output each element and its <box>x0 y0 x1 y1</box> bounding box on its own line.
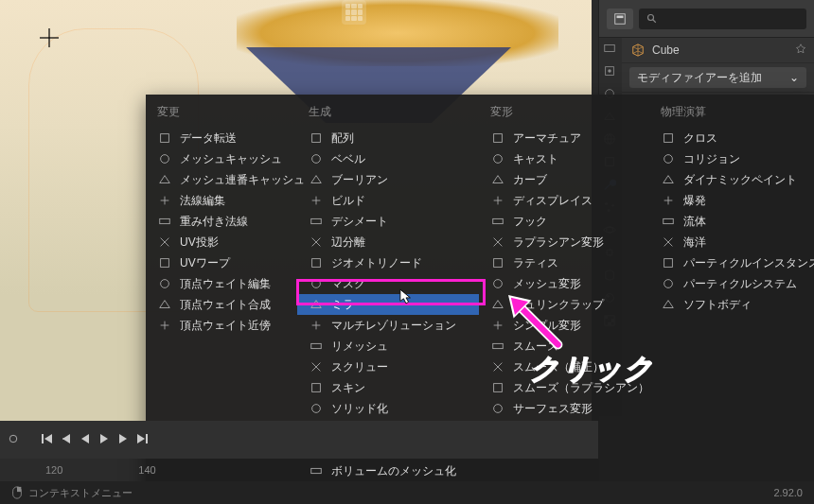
modifier-item[interactable]: ミラー <box>297 294 479 315</box>
modifier-item[interactable]: パーティクルシステム <box>649 273 814 294</box>
modifier-item-label: パーティクルインスタンス <box>683 255 814 271</box>
modifier-item[interactable]: ビルド <box>297 190 479 211</box>
svg-point-45 <box>664 155 673 164</box>
modifier-item-icon <box>309 214 324 229</box>
modifier-item[interactable]: 流体 <box>649 211 814 232</box>
modifier-item[interactable]: クロス <box>649 128 814 148</box>
modifier-item-icon <box>157 276 172 291</box>
modifier-item[interactable]: ブーリアン <box>297 169 479 190</box>
modifier-item[interactable]: 頂点ウェイト編集 <box>146 273 297 294</box>
modifier-item-icon <box>661 255 676 270</box>
add-modifier-label: モディファイアーを追加 <box>637 70 762 86</box>
modifier-item[interactable]: コリジョン <box>649 148 814 169</box>
modifier-item[interactable]: フック <box>479 211 649 232</box>
modifier-item-icon <box>490 380 505 395</box>
modifier-item-label: ラティス <box>513 255 558 271</box>
modifier-item[interactable]: データ転送 <box>146 128 297 148</box>
modifier-item-label: カーブ <box>513 172 547 188</box>
modifier-item[interactable]: キャスト <box>479 148 649 169</box>
modifier-item[interactable]: スクリュー <box>297 356 479 377</box>
output-tab-icon[interactable] <box>603 64 618 79</box>
modifier-item-icon <box>157 214 172 229</box>
modifier-item-label: スムーズ（ラプラシアン） <box>513 380 649 396</box>
modifier-item[interactable]: メッシュ変形 <box>479 273 649 294</box>
jump-to-end-icon[interactable] <box>136 433 150 446</box>
modifier-item-icon <box>490 130 505 146</box>
play-icon[interactable] <box>98 433 112 446</box>
modifier-item[interactable]: ダイナミックペイント <box>649 169 814 190</box>
modifier-item[interactable]: マスク <box>297 273 479 294</box>
modifier-item[interactable]: パーティクルインスタンス <box>649 252 814 273</box>
modifier-item[interactable]: スムーズ（補正） <box>479 356 649 377</box>
modifier-item[interactable]: マルチレゾリューション <box>297 315 479 336</box>
modifier-item[interactable]: シンプル変形 <box>479 315 649 336</box>
modifier-item-icon <box>157 297 172 312</box>
modifier-item-icon <box>490 235 505 250</box>
modifier-item[interactable]: メッシュ連番キャッシュ <box>146 169 297 190</box>
modifier-item[interactable]: 法線編集 <box>146 190 297 211</box>
modifier-item-label: ベベル <box>331 151 365 167</box>
modifier-item[interactable]: ベベル <box>297 148 479 169</box>
modifier-item-label: リメッシュ <box>331 339 388 355</box>
modifier-item[interactable]: 配列 <box>297 128 479 148</box>
modifier-item[interactable]: カーブ <box>479 169 649 190</box>
pin-icon[interactable] <box>795 43 806 58</box>
modifier-item[interactable]: ジオメトリノード <box>297 252 479 273</box>
modifier-item[interactable]: UVワープ <box>146 252 297 273</box>
modifier-item-icon <box>157 193 172 208</box>
modifier-item-label: スクリュー <box>331 359 388 375</box>
modifier-item[interactable]: デシメート <box>297 211 479 232</box>
modifier-item[interactable]: サーフェス変形 <box>479 398 649 419</box>
modifier-item[interactable]: ラティス <box>479 252 649 273</box>
jump-next-key-icon[interactable] <box>117 433 131 446</box>
modifier-item[interactable]: ソフトボディ <box>649 294 814 315</box>
jump-to-start-icon[interactable] <box>42 433 55 446</box>
modifier-item[interactable]: 頂点ウェイト合成 <box>146 294 297 315</box>
svg-rect-0 <box>615 13 626 24</box>
modifier-item[interactable]: 爆発 <box>649 190 814 211</box>
svg-point-48 <box>664 280 673 288</box>
editor-type-dropdown[interactable] <box>607 9 633 29</box>
modifier-item-icon <box>490 359 505 374</box>
svg-rect-46 <box>664 218 674 223</box>
modifier-item-label: ディスプレイス <box>513 193 593 209</box>
keying-dropdown[interactable] <box>8 433 21 446</box>
search-input[interactable] <box>639 9 806 29</box>
modifier-item[interactable]: メッシュキャッシュ <box>146 148 297 169</box>
modifier-item[interactable]: アーマチュア <box>479 128 649 148</box>
modifier-item-label: 爆発 <box>683 193 706 209</box>
modifier-item-label: UV投影 <box>180 235 219 251</box>
play-reverse-icon[interactable] <box>80 433 93 446</box>
timeline[interactable] <box>0 421 598 459</box>
modifier-item[interactable]: ソリッド化 <box>297 398 479 419</box>
modifier-item[interactable]: 辺分離 <box>297 232 479 252</box>
modifier-item-label: ミラー <box>331 297 365 313</box>
svg-rect-42 <box>494 384 503 392</box>
add-modifier-dropdown[interactable]: モディファイアーを追加 ⌄ <box>629 67 806 88</box>
render-tab-icon[interactable] <box>603 42 618 57</box>
svg-rect-31 <box>311 343 322 348</box>
jump-prev-key-icon[interactable] <box>61 433 74 446</box>
modifier-item[interactable]: 海洋 <box>649 232 814 252</box>
modifier-item[interactable]: スムーズ（ラプラシアン） <box>479 377 649 398</box>
viewport-grid-icon[interactable] <box>342 0 366 25</box>
modifier-item[interactable]: 頂点ウェイト近傍 <box>146 315 297 336</box>
frame-label: 120 <box>45 464 62 476</box>
modifier-item[interactable]: スムーズ <box>479 336 649 356</box>
modifier-item[interactable]: ディスプレイス <box>479 190 649 211</box>
modifier-item[interactable]: シュリンクラップ <box>479 294 649 315</box>
modifier-item-icon <box>309 276 324 291</box>
modifier-item-label: ビルド <box>331 193 365 209</box>
modifier-item-icon <box>661 172 676 187</box>
modifier-item-icon <box>157 130 172 146</box>
modifier-item[interactable]: スキン <box>297 377 479 398</box>
modifier-item-label: 海洋 <box>683 235 706 251</box>
modifier-item[interactable]: 重み付き法線 <box>146 211 297 232</box>
modifier-item[interactable]: リメッシュ <box>297 336 479 356</box>
modifier-item[interactable]: UV投影 <box>146 232 297 252</box>
modifier-item-icon <box>309 151 324 166</box>
modifier-item[interactable]: ラプラシアン変形 <box>479 232 649 252</box>
modifier-item-icon <box>309 172 324 187</box>
modifier-item-label: デシメート <box>331 214 388 230</box>
modifier-item-label: パーティクルシステム <box>683 276 797 292</box>
